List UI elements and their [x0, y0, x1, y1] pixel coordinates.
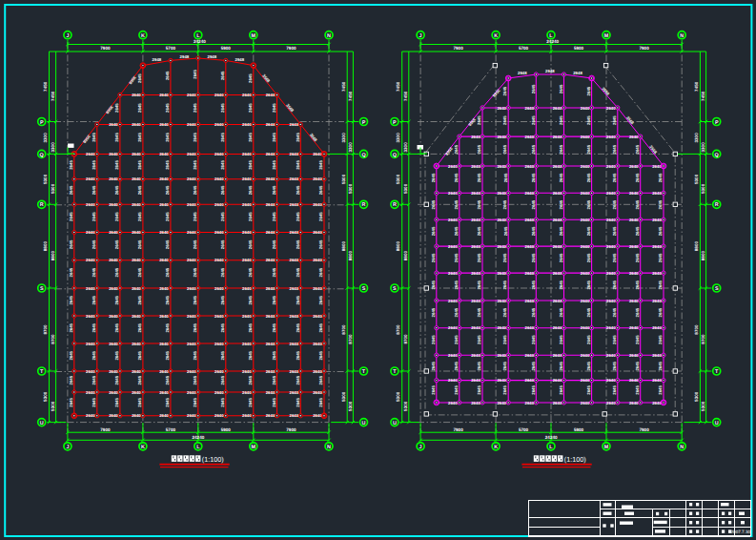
svg-text:2640: 2640	[187, 93, 196, 97]
svg-text:2645: 2645	[220, 267, 225, 277]
svg-text:2645: 2645	[318, 295, 323, 304]
svg-text:8800: 8800	[51, 251, 55, 261]
svg-text:2640: 2640	[109, 369, 118, 374]
svg-text:2645: 2645	[114, 185, 119, 195]
svg-text:2645: 2645	[165, 375, 170, 384]
svg-text:2640: 2640	[581, 218, 590, 222]
svg-text:7450: 7450	[348, 91, 353, 101]
svg-text:8800: 8800	[396, 241, 400, 252]
svg-text:2645: 2645	[137, 239, 142, 249]
svg-text:2640: 2640	[581, 191, 590, 196]
svg-text:2640: 2640	[187, 314, 196, 319]
svg-text:2645: 2645	[503, 144, 508, 154]
svg-text:2640: 2640	[629, 353, 639, 358]
svg-text:2645: 2645	[318, 267, 323, 277]
svg-text:7450: 7450	[403, 91, 408, 101]
svg-text:2640: 2640	[290, 202, 299, 207]
svg-text:2645: 2645	[431, 199, 436, 209]
svg-text:2645: 2645	[165, 103, 170, 113]
svg-text:2645: 2645	[296, 322, 300, 332]
svg-text:2640: 2640	[629, 191, 639, 196]
svg-text:2640: 2640	[313, 230, 322, 235]
svg-text:2640: 2640	[109, 230, 118, 235]
svg-text:2640: 2640	[290, 390, 299, 395]
svg-text:7450: 7450	[341, 81, 346, 92]
svg-text:U: U	[362, 421, 366, 426]
svg-text:2640: 2640	[313, 390, 322, 395]
svg-text:2640: 2640	[553, 135, 562, 139]
svg-text:2645: 2645	[69, 267, 73, 277]
svg-text:2640: 2640	[290, 342, 299, 346]
svg-text:2645: 2645	[531, 144, 536, 154]
svg-text:2640: 2640	[215, 342, 224, 346]
svg-text:2640: 2640	[187, 177, 196, 181]
svg-text:S: S	[393, 286, 397, 292]
svg-text:2640: 2640	[290, 413, 299, 418]
svg-text:2645: 2645	[220, 71, 225, 80]
svg-text:N: N	[680, 445, 684, 450]
svg-text:2645: 2645	[586, 280, 591, 289]
svg-text:2645: 2645	[531, 226, 536, 236]
svg-text:5700: 5700	[519, 46, 529, 51]
svg-text:2640: 2640	[215, 152, 224, 156]
svg-text:2645: 2645	[559, 173, 563, 182]
svg-text:2640: 2640	[525, 271, 535, 276]
svg-text:2645: 2645	[431, 385, 436, 395]
svg-text:P: P	[40, 120, 44, 126]
svg-text:2640: 2640	[553, 353, 562, 358]
svg-text:2640: 2640	[215, 314, 224, 319]
svg-text:J: J	[66, 33, 69, 39]
svg-text:2645: 2645	[69, 212, 73, 221]
svg-text:2640: 2640	[581, 244, 590, 249]
svg-text:2645: 2645	[503, 335, 508, 344]
svg-text:2640: 2640	[313, 314, 322, 319]
svg-text:2640: 2640	[652, 299, 662, 303]
svg-text:2645: 2645	[454, 307, 459, 317]
svg-text:2645: 2645	[296, 295, 300, 304]
svg-text:7450: 7450	[701, 91, 705, 101]
svg-text:2645: 2645	[586, 226, 591, 236]
svg-text:2640: 2640	[242, 177, 252, 181]
svg-text:2640: 2640	[290, 177, 299, 181]
svg-text:2645: 2645	[612, 307, 617, 317]
svg-text:2640: 2640	[86, 202, 95, 207]
svg-text:2640: 2640	[86, 342, 95, 346]
svg-text:2645: 2645	[454, 385, 459, 395]
svg-text:2640: 2640	[86, 258, 95, 262]
svg-text:2645: 2645	[635, 199, 640, 209]
svg-text:2640: 2640	[86, 230, 95, 235]
svg-text:2645: 2645	[559, 144, 563, 154]
svg-text:3300: 3300	[694, 133, 699, 143]
svg-text:2640: 2640	[109, 390, 118, 395]
svg-text:2948: 2948	[545, 69, 555, 73]
svg-text:2645: 2645	[431, 226, 436, 236]
svg-text:2640: 2640	[86, 369, 95, 374]
svg-text:2640: 2640	[471, 244, 480, 249]
svg-text:2640: 2640	[215, 286, 224, 291]
svg-text:2640: 2640	[553, 244, 562, 249]
svg-text:2640: 2640	[86, 390, 95, 395]
svg-text:2640: 2640	[242, 286, 252, 291]
svg-text:P: P	[715, 120, 719, 126]
svg-text:7900: 7900	[639, 427, 649, 432]
svg-text:2645: 2645	[165, 350, 170, 360]
svg-text:2645: 2645	[193, 70, 197, 79]
svg-text:2640: 2640	[629, 299, 639, 303]
svg-text:2645: 2645	[220, 322, 225, 332]
svg-text:2645: 2645	[220, 239, 225, 249]
svg-text:2645: 2645	[431, 335, 436, 344]
svg-text:2645: 2645	[137, 103, 142, 113]
svg-text:2640: 2640	[525, 353, 535, 358]
svg-text:2645: 2645	[318, 322, 323, 332]
svg-text:2948: 2948	[518, 71, 527, 75]
svg-text:2640: 2640	[290, 152, 299, 156]
svg-text:2640: 2640	[525, 191, 535, 196]
svg-text:2640: 2640	[86, 413, 95, 418]
svg-text:M: M	[252, 445, 256, 450]
svg-text:2645: 2645	[69, 350, 73, 360]
svg-text:2645: 2645	[272, 212, 276, 221]
svg-text:2645: 2645	[165, 212, 170, 221]
svg-text:2640: 2640	[159, 202, 169, 207]
svg-text:2640: 2640	[497, 401, 506, 405]
svg-text:2948: 2948	[153, 57, 162, 62]
